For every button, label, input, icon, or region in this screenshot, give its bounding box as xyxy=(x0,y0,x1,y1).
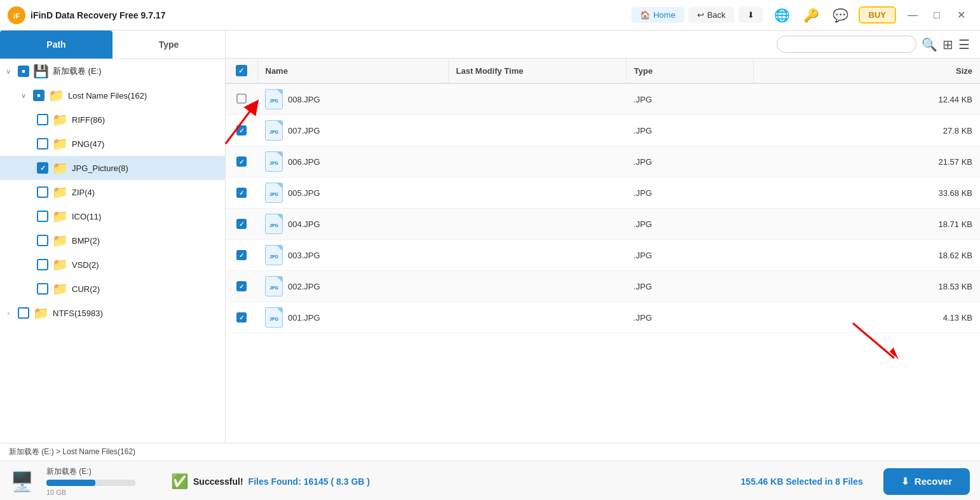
search-button[interactable]: 🔍 xyxy=(922,37,937,52)
row-type-cell: .JPG xyxy=(626,240,753,271)
success-badge: ✅ Successful! Files Found: 16145 ( 8.3 G… xyxy=(171,473,370,490)
row-name-cell: JPG002.JPG xyxy=(257,271,448,302)
folder-checkbox[interactable] xyxy=(37,114,48,125)
file-name: 005.JPG xyxy=(288,188,320,198)
tree-item-folder[interactable]: 📁VSD(2) xyxy=(0,253,225,277)
row-checkbox[interactable] xyxy=(236,250,247,260)
tree-item-ntfs[interactable]: › 📁 NTFS(15983) xyxy=(0,301,225,325)
file-table: Name Last Modify Time Type Size JPG008.J… xyxy=(226,59,980,443)
col-header-name: Name xyxy=(257,59,448,83)
drive-checkbox[interactable] xyxy=(18,66,29,77)
globe-button[interactable]: 🌐 xyxy=(771,4,794,27)
ntfs-checkbox[interactable] xyxy=(18,307,29,319)
key-button[interactable]: 🔑 xyxy=(800,4,823,27)
grid-icon: ⊞ xyxy=(943,38,953,52)
row-check-cell[interactable] xyxy=(226,271,257,302)
minimize-button[interactable]: — xyxy=(901,6,924,24)
search-icon: 🔍 xyxy=(922,38,937,52)
row-checkbox[interactable] xyxy=(236,312,247,323)
table-row[interactable]: JPG006.JPG.JPG21.57 KB xyxy=(226,146,980,177)
row-type-cell: .JPG xyxy=(626,146,753,177)
tree-item-folder[interactable]: 📁BMP(2) xyxy=(0,228,225,253)
row-checkbox[interactable] xyxy=(236,94,247,104)
tree-item-folder[interactable]: 📁ICO(11) xyxy=(0,204,225,228)
row-check-cell[interactable] xyxy=(226,302,257,333)
table-row[interactable]: JPG003.JPG.JPG18.62 KB xyxy=(226,240,980,271)
home-button[interactable]: 🏠 Home xyxy=(631,7,684,23)
select-all-checkbox[interactable] xyxy=(236,65,247,76)
table-row[interactable]: JPG008.JPG.JPG12.44 KB xyxy=(226,83,980,115)
back-button[interactable]: ↩ Back xyxy=(688,7,735,23)
folder-checkbox[interactable] xyxy=(37,138,48,149)
status-bar: 新加载卷 (E:) > Lost Name Files(162) 🖥️ 新加载卷… xyxy=(0,443,980,500)
table-row[interactable]: JPG005.JPG.JPG33.68 KB xyxy=(226,177,980,209)
close-button[interactable]: ✕ xyxy=(949,6,972,24)
key-icon: 🔑 xyxy=(803,8,819,23)
folder-checkbox[interactable] xyxy=(37,211,48,222)
row-check-cell[interactable] xyxy=(226,209,257,240)
drive-info: 新加载卷 (E:) 10 GB xyxy=(46,466,135,496)
view-toggle-button[interactable]: ⊞ xyxy=(943,37,953,52)
files-found-text: Files Found: 16145 ( 8.3 GB ) xyxy=(248,476,370,487)
tree-item-folder[interactable]: 📁PNG(47) xyxy=(0,132,225,156)
tree-item-folder[interactable]: 📁JPG_Picture(8) xyxy=(0,156,225,180)
buy-button[interactable]: BUY xyxy=(859,6,896,24)
folder-checkbox[interactable] xyxy=(37,259,48,270)
col-header-check[interactable] xyxy=(226,59,257,83)
tree-toggle-ntfs[interactable]: › xyxy=(3,309,14,317)
maximize-button[interactable]: □ xyxy=(925,6,948,24)
row-checkbox[interactable] xyxy=(236,281,247,291)
row-size-cell: 27.8 KB xyxy=(753,115,980,146)
search-input[interactable] xyxy=(777,36,916,53)
row-checkbox[interactable] xyxy=(236,125,247,135)
row-check-cell[interactable] xyxy=(226,83,257,115)
files-table: Name Last Modify Time Type Size JPG008.J… xyxy=(226,59,980,333)
row-type-cell: .JPG xyxy=(626,177,753,209)
chat-button[interactable]: 💬 xyxy=(829,4,852,27)
recover-button[interactable]: ⬇ Recover xyxy=(883,468,970,495)
row-check-cell[interactable] xyxy=(226,177,257,209)
download-button[interactable]: ⬇ xyxy=(738,7,763,23)
main-layout: Path Type ∨ 💾 新加载卷 (E:) ∨ 📁 Lost Name Fi… xyxy=(0,31,980,443)
row-check-cell[interactable] xyxy=(226,115,257,146)
ntfs-label: NTFS(15983) xyxy=(53,309,103,318)
table-row[interactable]: JPG001.JPG.JPG4.13 KB xyxy=(226,302,980,333)
download-icon: ⬇ xyxy=(747,10,754,20)
lost-name-checkbox[interactable] xyxy=(33,90,44,101)
folder-checkbox[interactable] xyxy=(37,162,48,174)
table-row[interactable]: JPG002.JPG.JPG18.53 KB xyxy=(226,271,980,302)
folder-checkbox[interactable] xyxy=(37,283,48,295)
row-time-cell xyxy=(448,83,626,115)
table-row[interactable]: JPG004.JPG.JPG18.71 KB xyxy=(226,209,980,240)
row-checkbox[interactable] xyxy=(236,219,247,229)
row-size-cell: 12.44 KB xyxy=(753,83,980,115)
folder-checkbox[interactable] xyxy=(37,235,48,246)
row-checkbox[interactable] xyxy=(236,188,247,198)
row-check-cell[interactable] xyxy=(226,146,257,177)
tree-item-folder[interactable]: 📁ZIP(4) xyxy=(0,180,225,204)
folder-icon: 📁 xyxy=(52,160,68,176)
row-size-cell: 18.71 KB xyxy=(753,209,980,240)
row-name-cell: JPG003.JPG xyxy=(257,240,448,271)
nav-buttons: 🏠 Home ↩ Back ⬇ xyxy=(631,7,763,23)
tab-type[interactable]: Type xyxy=(112,31,225,59)
folder-icon: 📁 xyxy=(52,112,68,127)
chat-icon: 💬 xyxy=(833,8,848,23)
row-check-cell[interactable] xyxy=(226,240,257,271)
back-icon: ↩ xyxy=(697,10,704,20)
folder-checkbox[interactable] xyxy=(37,186,48,198)
menu-button[interactable]: ☰ xyxy=(958,37,970,52)
tree-item-folder[interactable]: 📁RIFF(86) xyxy=(0,108,225,132)
tab-path[interactable]: Path xyxy=(0,31,112,59)
tree-toggle-lost[interactable]: ∨ xyxy=(18,92,29,100)
row-name-cell: JPG007.JPG xyxy=(257,115,448,146)
tree-item-drive[interactable]: ∨ 💾 新加载卷 (E:) xyxy=(0,59,225,83)
row-time-cell xyxy=(448,271,626,302)
table-row[interactable]: JPG007.JPG.JPG27.8 KB xyxy=(226,115,980,146)
tree-toggle-drive[interactable]: ∨ xyxy=(3,67,14,76)
tree-item-lost-name[interactable]: ∨ 📁 Lost Name Files(162) xyxy=(0,83,225,108)
tree-item-folder[interactable]: 📁CUR(2) xyxy=(0,277,225,301)
row-checkbox[interactable] xyxy=(236,156,247,167)
home-icon: 🏠 xyxy=(640,10,650,20)
drive-size: 10 GB xyxy=(46,489,135,496)
